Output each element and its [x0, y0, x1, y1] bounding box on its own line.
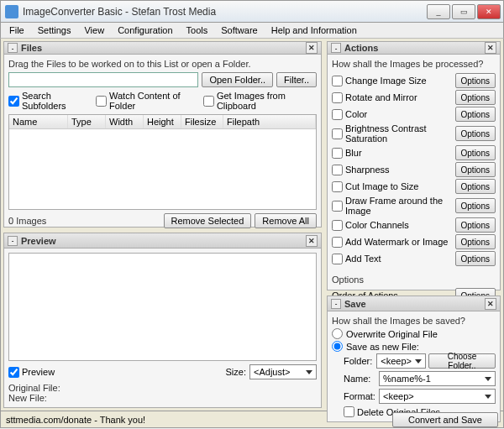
preview-image-box: [8, 253, 317, 361]
watch-content-checkbox[interactable]: Watch Content of Folder: [96, 91, 192, 111]
preview-title: Preview: [21, 236, 56, 246]
files-count: 0 Images: [8, 216, 46, 226]
collapse-icon[interactable]: -: [8, 43, 18, 53]
save-close-icon[interactable]: ✕: [485, 298, 496, 310]
get-clipboard-checkbox[interactable]: Get Images from Clipboard: [203, 91, 308, 111]
col-type[interactable]: Type: [68, 115, 106, 128]
maximize-button[interactable]: ▭: [452, 4, 475, 19]
save-format-select[interactable]: <keep>: [379, 389, 496, 404]
action-checkbox[interactable]: Sharpness: [332, 165, 452, 175]
chevron-down-icon: [306, 370, 312, 374]
titlebar: ImageConverter Basic - Stefan Trost Medi…: [0, 0, 504, 22]
col-name[interactable]: Name: [9, 115, 68, 128]
menu-file[interactable]: File: [4, 24, 29, 37]
actions-body: How shall the Images be processed? Chang…: [328, 55, 500, 326]
preview-checkbox[interactable]: Preview: [8, 367, 55, 378]
filter-button[interactable]: Filter..: [276, 72, 317, 87]
overwrite-radio[interactable]: Overwrite Original File: [332, 328, 487, 339]
action-options-button[interactable]: Options: [455, 162, 496, 177]
action-checkbox[interactable]: Brightness Contrast Saturation: [332, 123, 452, 144]
save-panel: - Save ✕ How shall the Images be saved? …: [327, 296, 501, 422]
col-filesize[interactable]: Filesize: [181, 115, 223, 128]
menu-tools[interactable]: Tools: [181, 24, 213, 37]
action-options-button[interactable]: Options: [455, 179, 496, 194]
action-options-button[interactable]: Options: [455, 217, 496, 233]
action-options-button[interactable]: Options: [455, 251, 496, 266]
choose-folder-button[interactable]: Choose Folder..: [428, 353, 496, 369]
close-button[interactable]: ✕: [477, 4, 501, 19]
collapse-icon[interactable]: -: [8, 236, 18, 246]
action-options-button[interactable]: Options: [455, 107, 496, 122]
actions-question: How shall the Images be processed?: [332, 59, 496, 69]
action-checkbox[interactable]: Color: [332, 109, 452, 120]
files-header: - Files ✕: [4, 42, 321, 55]
action-checkbox[interactable]: Cut Image to Size: [332, 181, 452, 192]
convert-and-save-button[interactable]: Convert and Save: [392, 412, 498, 427]
app-icon: [5, 5, 18, 18]
menu-settings[interactable]: Settings: [33, 24, 76, 37]
action-options-button[interactable]: Options: [455, 145, 496, 160]
actions-close-icon[interactable]: ✕: [485, 42, 496, 54]
chevron-down-icon: [415, 359, 422, 364]
save-body: How shall the Images be saved? Overwrite…: [328, 311, 500, 421]
action-checkbox[interactable]: Add Text: [332, 254, 452, 264]
save-title: Save: [344, 299, 366, 309]
folder-path-input[interactable]: [8, 72, 198, 87]
save-folder-select[interactable]: <keep>: [376, 353, 426, 369]
search-subfolders-checkbox[interactable]: Search Subfolders: [8, 91, 84, 111]
col-width[interactable]: Width: [106, 115, 144, 128]
files-title: Files: [21, 43, 42, 53]
chevron-down-icon: [485, 395, 491, 399]
action-checkbox[interactable]: Blur: [332, 148, 452, 159]
save-as-new-radio[interactable]: Save as new File:: [332, 341, 487, 352]
open-folder-button[interactable]: Open Folder..: [202, 72, 273, 87]
right-column: - Actions ✕ How shall the Images be proc…: [324, 39, 503, 411]
action-checkbox[interactable]: Color Channels: [332, 220, 452, 231]
preview-size-select[interactable]: <Adjust>: [249, 364, 317, 379]
menu-help[interactable]: Help and Information: [266, 24, 362, 37]
menu-configuration[interactable]: Configuration: [113, 24, 177, 37]
action-options-button[interactable]: Options: [455, 90, 496, 105]
files-table-body[interactable]: [9, 129, 316, 209]
action-options-button[interactable]: Options: [455, 198, 496, 213]
window-buttons: _ ▭ ✕: [427, 4, 501, 19]
new-file-label: New File:: [8, 393, 317, 403]
col-height[interactable]: Height: [144, 115, 181, 128]
action-options-button[interactable]: Options: [455, 126, 496, 141]
files-panel: - Files ✕ Drag the Files to be worked on…: [3, 41, 322, 228]
menu-view[interactable]: View: [79, 24, 109, 37]
action-options-button[interactable]: Options: [455, 234, 496, 249]
files-hint: Drag the Files to be worked on to this L…: [8, 59, 317, 69]
menubar: File Settings View Configuration Tools S…: [0, 22, 504, 39]
action-checkbox[interactable]: Change Image Size: [332, 76, 452, 86]
action-checkbox[interactable]: Add Watermark or Image: [332, 237, 452, 248]
save-name-select[interactable]: %name%-1: [379, 371, 496, 386]
footer-text: sttmedia.com/donate - Thank you!: [6, 415, 145, 425]
save-format-label: Format:: [344, 391, 379, 401]
options-heading: Options: [332, 275, 496, 285]
col-filepath[interactable]: Filepath: [223, 115, 316, 128]
action-checkbox[interactable]: Draw Frame around the Image: [332, 196, 452, 216]
remove-all-button[interactable]: Remove All: [255, 213, 317, 228]
content: - Files ✕ Drag the Files to be worked on…: [0, 39, 504, 411]
save-folder-label: Folder:: [344, 356, 376, 366]
preview-body: Preview Size: <Adjust> Original File: Ne…: [4, 249, 321, 407]
menu-software[interactable]: Software: [216, 24, 262, 37]
left-column: - Files ✕ Drag the Files to be worked on…: [1, 39, 324, 411]
collapse-icon[interactable]: -: [331, 43, 341, 53]
files-table-header: Name Type Width Height Filesize Filepath: [9, 115, 316, 129]
save-name-label: Name:: [344, 374, 379, 384]
actions-header: - Actions ✕: [328, 42, 500, 55]
collapse-icon[interactable]: -: [331, 299, 341, 309]
files-table: Name Type Width Height Filesize Filepath: [8, 114, 317, 210]
action-checkbox[interactable]: Rotate and Mirror: [332, 92, 452, 103]
preview-close-icon[interactable]: ✕: [306, 235, 318, 247]
actions-title: Actions: [344, 43, 378, 53]
preview-size-label: Size:: [226, 367, 246, 377]
action-options-button[interactable]: Options: [455, 73, 496, 88]
files-close-icon[interactable]: ✕: [306, 42, 318, 54]
minimize-button[interactable]: _: [427, 4, 450, 19]
window-title: ImageConverter Basic - Stefan Trost Medi…: [23, 6, 427, 18]
remove-selected-button[interactable]: Remove Selected: [164, 213, 252, 228]
footer: sttmedia.com/donate - Thank you! Convert…: [0, 411, 504, 428]
